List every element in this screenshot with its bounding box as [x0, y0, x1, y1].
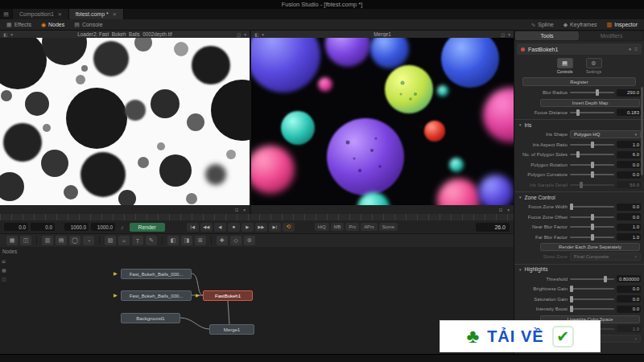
node-loader1[interactable]: Fast_Bokeh_Balls_000...: [121, 269, 192, 279]
section-iris[interactable]: ▾ Iris: [514, 119, 644, 130]
near-blur-factor-slider[interactable]: [570, 226, 614, 228]
tool-icon[interactable]: ◔: [83, 236, 94, 245]
chevron-down-icon[interactable]: ▾: [10, 32, 13, 37]
node-fastbokeh1[interactable]: FastBokeh1: [203, 290, 253, 301]
focus-zone-width-slider[interactable]: [570, 206, 614, 208]
mb-button[interactable]: MB: [331, 223, 345, 231]
console-button[interactable]: ▤ Console: [74, 22, 102, 28]
rendered-image[interactable]: [251, 38, 514, 205]
chevron-down-icon[interactable]: ▾: [262, 32, 264, 37]
tool-icon[interactable]: ▤: [56, 236, 67, 245]
iris-sample-detail-value[interactable]: 50.0: [617, 181, 641, 188]
render-button[interactable]: Render: [130, 223, 165, 232]
polygon-curvature-value[interactable]: 0.0: [617, 171, 641, 179]
nodes-button[interactable]: ◉ Nodes: [41, 22, 64, 28]
chevron-down-icon[interactable]: ▾: [243, 208, 246, 212]
inspector-scrollbar[interactable]: [641, 87, 643, 175]
section-highlights[interactable]: ▾ Highlights: [514, 264, 644, 274]
depth-map-image[interactable]: [0, 38, 250, 205]
gamma-value[interactable]: 1.0: [617, 325, 641, 332]
threshold-value[interactable]: 0.800000: [617, 275, 641, 282]
polygon-sides-slider[interactable]: [570, 154, 614, 155]
iris-aspect-slider[interactable]: [570, 144, 614, 146]
tool-icon[interactable]: ◨: [181, 236, 192, 245]
tool-icon[interactable]: ✚: [217, 236, 228, 245]
invert-depth-map-button[interactable]: Invert Depth Map: [540, 99, 640, 107]
blur-radius-value[interactable]: 290.0: [617, 89, 641, 97]
subtab-controls[interactable]: ▤ Controls: [557, 58, 573, 74]
saturation-gain-value[interactable]: 0.0: [617, 295, 641, 302]
goto-start-button[interactable]: |◀: [187, 223, 199, 232]
node-background1[interactable]: Background1: [121, 313, 180, 323]
some-button[interactable]: Some: [379, 223, 398, 231]
tool-icon[interactable]: T: [132, 236, 143, 245]
loop-button[interactable]: ⟲: [283, 223, 295, 232]
focus-zone-width-value[interactable]: 0.0: [617, 204, 641, 211]
close-icon[interactable]: ✕: [113, 11, 117, 17]
subtab-settings[interactable]: ⚙ Settings: [586, 58, 602, 74]
tool-icon[interactable]: ⊞: [195, 236, 206, 245]
node-enable-icon[interactable]: ●: [629, 47, 632, 51]
range-end-field[interactable]: 1000.0: [64, 223, 89, 231]
node-merge1[interactable]: Merge1: [209, 324, 254, 335]
focus-distance-value[interactable]: 0.183: [617, 109, 641, 116]
tab-tools[interactable]: Tools: [515, 31, 579, 40]
chevron-down-icon[interactable]: ▾: [244, 32, 246, 37]
fast-forward-button[interactable]: ▶▶: [255, 223, 267, 232]
iris-sample-detail-slider[interactable]: [570, 184, 614, 186]
layout-icon[interactable]: ◳: [501, 32, 505, 37]
current-start-field[interactable]: 0.0: [31, 223, 55, 231]
panel-menu-icon[interactable]: ▤: [0, 9, 13, 19]
channel-icon[interactable]: ◧: [254, 32, 258, 37]
node-loader2[interactable]: Fast_Bokeh_Balls_000...: [121, 290, 192, 301]
play-reverse-button[interactable]: ◀: [214, 223, 226, 232]
tool-icon[interactable]: ≈: [118, 236, 130, 245]
goto-end-button[interactable]: ▶|: [269, 223, 281, 232]
inspector-node-header[interactable]: FastBokeh1 ● ≡: [517, 43, 642, 55]
current-end-field[interactable]: 1000.0: [91, 223, 115, 231]
near-blur-factor-value[interactable]: 1.0: [617, 224, 641, 231]
chevron-down-icon[interactable]: ▾: [507, 208, 510, 212]
keyframes-button[interactable]: ◆ Keyframes: [564, 22, 597, 28]
effects-button[interactable]: ▦ Effects: [6, 22, 31, 28]
blur-radius-slider[interactable]: [570, 92, 614, 93]
fast-rewind-button[interactable]: ◀◀: [200, 223, 213, 232]
focus-distance-slider[interactable]: [570, 112, 614, 113]
tool-icon[interactable]: ◇: [230, 236, 242, 245]
intensity-boost-slider[interactable]: [570, 308, 614, 310]
fit-icon[interactable]: ⊡: [235, 208, 239, 212]
focus-zone-offset-value[interactable]: 0.0: [617, 213, 641, 220]
show-zone-dropdown[interactable]: Final Composite ▾: [570, 253, 641, 261]
polygon-sides-value[interactable]: 6.0: [617, 151, 641, 158]
tab-composition1[interactable]: Composition1 ✕: [13, 9, 69, 19]
spline-button[interactable]: ∿ Spline: [530, 22, 553, 28]
tool-icon[interactable]: ◯: [69, 236, 80, 245]
far-blur-factor-value[interactable]: 1.0: [617, 233, 641, 241]
threshold-slider[interactable]: [570, 278, 614, 280]
tool-icon[interactable]: ◫: [20, 236, 31, 245]
channel-icon[interactable]: ◧: [3, 32, 7, 37]
current-frame-field[interactable]: 26.0: [476, 223, 510, 232]
section-zone-control[interactable]: ▾ Zone Control: [514, 191, 644, 202]
register-button[interactable]: Register: [522, 77, 636, 86]
hiq-button[interactable]: HiQ: [315, 223, 329, 231]
timeline-ruler[interactable]: [0, 214, 514, 220]
brightness-gain-value[interactable]: 0.0: [617, 286, 641, 293]
iris-aspect-value[interactable]: 1.0: [617, 141, 641, 148]
tab-modifiers[interactable]: Modifiers: [580, 31, 643, 40]
node-editor[interactable]: Nodes ⊞ ▦ ◫ ▶ ▶ ▶ Fast_Bokeh_Balls_000..…: [0, 247, 514, 354]
iris-shape-dropdown[interactable]: Polygon HQ ▾: [570, 130, 641, 138]
prx-button[interactable]: Prx: [345, 223, 359, 231]
brightness-gain-slider[interactable]: [570, 288, 614, 290]
tool-icon[interactable]: ▥: [42, 236, 53, 245]
play-button[interactable]: ▶: [242, 223, 254, 232]
intensity-boost-value[interactable]: 0.0: [617, 306, 641, 313]
tool-icon[interactable]: ▧: [105, 236, 116, 245]
stop-button[interactable]: ■: [228, 223, 240, 232]
polygon-rotation-value[interactable]: 0.0: [617, 161, 641, 168]
polygon-rotation-slider[interactable]: [570, 164, 614, 166]
polygon-curvature-slider[interactable]: [570, 174, 614, 175]
focus-zone-offset-slider[interactable]: [570, 216, 614, 218]
aprx-button[interactable]: APrx: [361, 223, 378, 231]
tool-icon[interactable]: ✎: [146, 236, 157, 245]
